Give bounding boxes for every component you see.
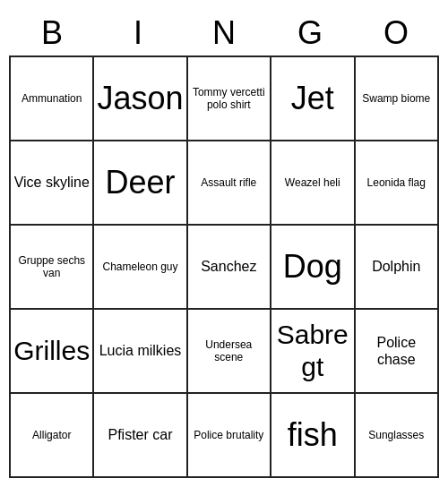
bingo-cell-12: Sanchez: [188, 226, 271, 310]
cell-text-23: fish: [288, 415, 338, 454]
bingo-header: BINGO: [9, 9, 439, 56]
cell-text-11: Chameleon guy: [102, 261, 177, 273]
cell-text-22: Police brutality: [194, 429, 263, 441]
cell-text-15: Grilles: [13, 335, 90, 367]
cell-text-16: Lucia milkies: [99, 342, 182, 359]
cell-text-2: Tommy vercetti polo shirt: [191, 86, 267, 112]
bingo-cell-1: Jason: [94, 57, 187, 141]
cell-text-24: Sunglasses: [368, 429, 424, 441]
bingo-cell-18: Sabre gt: [271, 310, 355, 394]
bingo-cell-8: Weazel heli: [271, 141, 355, 226]
cell-text-0: Ammunation: [22, 92, 82, 105]
cell-text-14: Dolphin: [372, 258, 420, 275]
bingo-cell-2: Tommy vercetti polo shirt: [188, 57, 271, 141]
bingo-cell-23: fish: [271, 394, 355, 478]
bingo-cell-11: Chameleon guy: [94, 226, 187, 310]
bingo-cell-5: Vice skyline: [11, 141, 94, 226]
bingo-cell-13: Dog: [271, 226, 355, 310]
bingo-cell-14: Dolphin: [356, 226, 439, 310]
header-letter-b: B: [9, 14, 95, 52]
cell-text-20: Alligator: [32, 429, 71, 441]
header-letter-n: N: [181, 14, 267, 52]
cell-text-4: Swamp biome: [362, 92, 430, 105]
bingo-cell-4: Swamp biome: [356, 57, 439, 141]
header-letter-g: G: [267, 14, 353, 52]
bingo-cell-19: Police chase: [356, 310, 439, 394]
bingo-cell-15: Grilles: [11, 310, 94, 394]
bingo-cell-20: Alligator: [11, 394, 94, 478]
cell-text-9: Leonida flag: [367, 176, 426, 189]
header-letter-i: I: [95, 14, 181, 52]
cell-text-6: Deer: [105, 163, 175, 201]
bingo-cell-3: Jet: [271, 57, 355, 141]
bingo-cell-9: Leonida flag: [356, 141, 439, 226]
bingo-cell-24: Sunglasses: [356, 394, 439, 478]
cell-text-5: Vice skyline: [14, 174, 90, 191]
cell-text-17: Undersea scene: [191, 338, 267, 364]
cell-text-19: Police chase: [358, 334, 435, 368]
cell-text-21: Pfister car: [108, 426, 173, 443]
bingo-cell-21: Pfister car: [94, 394, 187, 478]
bingo-cell-10: Gruppe sechs van: [11, 226, 94, 310]
bingo-cell-0: Ammunation: [11, 57, 94, 141]
cell-text-10: Gruppe sechs van: [13, 254, 90, 280]
cell-text-7: Assault rifle: [201, 176, 256, 189]
cell-text-3: Jet: [291, 79, 334, 117]
header-letter-o: O: [353, 14, 439, 52]
cell-text-8: Weazel heli: [285, 176, 340, 189]
cell-text-18: Sabre gt: [274, 319, 350, 383]
cell-text-13: Dog: [283, 247, 342, 286]
cell-text-1: Jason: [97, 79, 183, 117]
bingo-cell-22: Police brutality: [188, 394, 271, 478]
bingo-cell-16: Lucia milkies: [94, 310, 187, 394]
bingo-cell-6: Deer: [94, 141, 187, 226]
bingo-cell-7: Assault rifle: [188, 141, 271, 226]
bingo-cell-17: Undersea scene: [188, 310, 271, 394]
cell-text-12: Sanchez: [201, 258, 256, 275]
bingo-grid: AmmunationJasonTommy vercetti polo shirt…: [9, 56, 439, 478]
